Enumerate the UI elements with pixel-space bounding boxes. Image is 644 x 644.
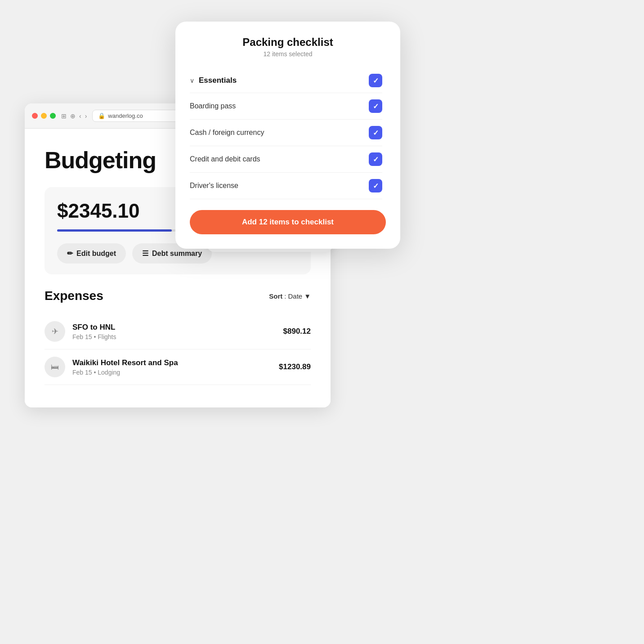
- checklist-checkbox-drivers-license[interactable]: [369, 179, 382, 192]
- expense-icon-plane: ✈: [45, 321, 65, 342]
- traffic-light-yellow[interactable]: [41, 113, 47, 119]
- shield-icon: ⊕: [70, 112, 76, 120]
- traffic-lights: [32, 113, 56, 119]
- section-label-row: ∨ Essentials: [190, 76, 237, 85]
- expenses-title: Expenses: [45, 289, 103, 303]
- checklist-checkbox-cash[interactable]: [369, 126, 382, 139]
- progress-bar-fill: [57, 229, 172, 232]
- checklist-item-cards[interactable]: Credit and debit cards: [190, 146, 382, 173]
- checklist-item-drivers-license[interactable]: Driver's license: [190, 173, 382, 199]
- sort-label: Sort: [269, 292, 282, 300]
- checklist-checkbox-cards[interactable]: [369, 152, 382, 166]
- chevron-down-icon: ▼: [304, 292, 311, 300]
- sort-control[interactable]: Sort : Date ▼: [269, 292, 311, 300]
- expense-amount-flight: $890.12: [283, 327, 311, 336]
- add-to-checklist-button[interactable]: Add 12 items to checklist: [190, 210, 386, 234]
- expense-name-flight: SFO to HNL: [72, 323, 283, 332]
- forward-icon[interactable]: ›: [85, 112, 87, 120]
- lock-icon: 🔒: [98, 112, 105, 119]
- expense-info-flight: SFO to HNL Feb 15 • Flights: [72, 323, 283, 340]
- edit-budget-label: Edit budget: [76, 250, 116, 258]
- expense-meta-hotel: Feb 15 • Lodging: [72, 369, 279, 376]
- expense-amount-hotel: $1230.89: [279, 362, 311, 371]
- debt-summary-label: Debt summary: [152, 250, 202, 258]
- checklist-item-label-boarding-pass: Boarding pass: [190, 102, 236, 110]
- checklist-item-label-drivers-license: Driver's license: [190, 182, 238, 190]
- checklist-section-header[interactable]: ∨ Essentials: [190, 68, 382, 93]
- sidebar-toggle-icon[interactable]: ⊞: [61, 112, 67, 120]
- back-icon[interactable]: ‹: [79, 112, 81, 120]
- expenses-header: Expenses Sort : Date ▼: [45, 289, 311, 303]
- section-label: Essentials: [199, 76, 237, 85]
- checklist-checkbox-boarding-pass[interactable]: [369, 99, 382, 113]
- checklist-item-label-cards: Credit and debit cards: [190, 155, 260, 163]
- url-text: wanderlog.co: [108, 112, 143, 119]
- checklist-scrollable[interactable]: ∨ Essentials Boarding pass Cash / foreig…: [190, 68, 386, 199]
- browser-toolbar-icons: ⊞ ⊕ ‹ ›: [61, 112, 87, 120]
- checklist-title: Packing checklist: [190, 36, 386, 49]
- expense-name-hotel: Waikiki Hotel Resort and Spa: [72, 358, 279, 367]
- list-icon: [142, 249, 148, 258]
- pencil-icon: [67, 249, 73, 258]
- expense-info-hotel: Waikiki Hotel Resort and Spa Feb 15 • Lo…: [72, 358, 279, 376]
- sort-value: Date: [288, 292, 302, 300]
- expense-item-hotel[interactable]: 🛏 Waikiki Hotel Resort and Spa Feb 15 • …: [45, 349, 311, 385]
- section-chevron-icon: ∨: [190, 77, 194, 84]
- checklist-card: Packing checklist 12 items selected ∨ Es…: [175, 22, 400, 249]
- expense-icon-bed: 🛏: [45, 357, 65, 377]
- checklist-item-label-cash: Cash / foreign currency: [190, 129, 264, 137]
- expense-item-flight[interactable]: ✈ SFO to HNL Feb 15 • Flights $890.12: [45, 314, 311, 349]
- expenses-section: Expenses Sort : Date ▼ ✈ SFO to HNL Feb …: [45, 289, 311, 385]
- traffic-light-red[interactable]: [32, 113, 38, 119]
- section-checkbox[interactable]: [369, 74, 382, 87]
- sort-colon: :: [284, 292, 286, 300]
- checklist-subtitle: 12 items selected: [190, 50, 386, 58]
- checklist-item-cash[interactable]: Cash / foreign currency: [190, 120, 382, 146]
- checklist-item-boarding-pass[interactable]: Boarding pass: [190, 93, 382, 120]
- traffic-light-green[interactable]: [50, 113, 56, 119]
- edit-budget-button[interactable]: Edit budget: [57, 243, 126, 264]
- expense-meta-flight: Feb 15 • Flights: [72, 333, 283, 340]
